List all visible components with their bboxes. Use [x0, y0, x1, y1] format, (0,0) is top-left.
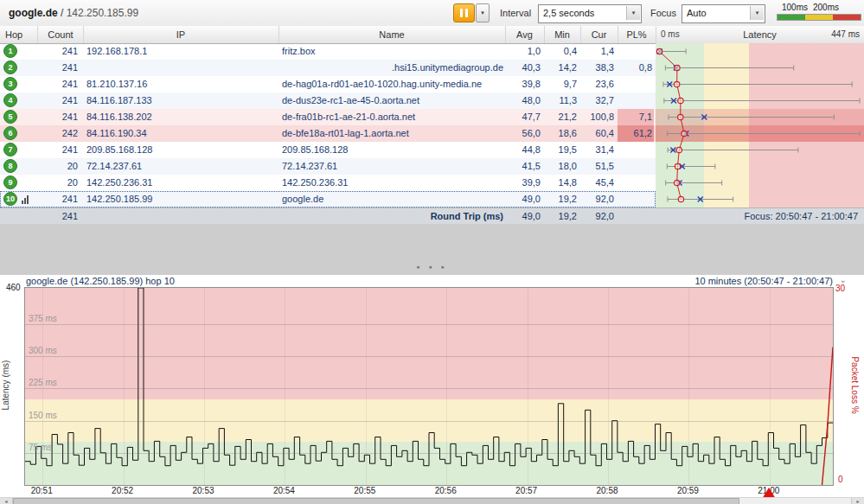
table-row[interactable]: 1241192.168.178.1fritz.box1,00,41,4	[0, 43, 656, 60]
timeline-scrollbar: ◂ ▸	[0, 497, 864, 504]
header-avg[interactable]: Avg	[505, 26, 545, 43]
minute-gridline	[42, 288, 43, 485]
x-tick-label: 20:56	[435, 486, 457, 495]
cur-cell: 1,4	[580, 43, 614, 60]
x-tick-label: 20:59	[677, 486, 699, 495]
hop-number-badge: 7	[3, 143, 17, 156]
scale-100ms-label: 100ms	[782, 3, 808, 12]
target-address: google.de / 142.250.185.99	[9, 7, 138, 19]
hop-number-badge: 2	[3, 61, 17, 74]
avg-cell: 40,3	[505, 60, 541, 76]
min-cell: 14,8	[544, 175, 577, 191]
timeline-plot[interactable]: 375 ms300 ms225 ms150 ms75 ms	[24, 287, 834, 486]
table-row[interactable]: 10241142.250.185.99google.de49,019,292,0	[0, 191, 656, 207]
interval-label: Interval	[500, 8, 531, 18]
avg-cell: 41,5	[505, 158, 541, 175]
focus-label: Focus	[650, 8, 676, 18]
table-row[interactable]: 2241.hsi15.unitymediagroup.de40,314,238,…	[0, 60, 656, 76]
table-row[interactable]: 524184.116.138.202de-fra01b-rc1-ae-21-0.…	[0, 109, 656, 125]
summary-cur: 92,0	[580, 208, 614, 225]
min-cell: 9,7	[544, 76, 577, 93]
header-ip[interactable]: IP	[83, 26, 279, 43]
pl-cell: 0,8	[618, 60, 654, 76]
gridline-label: 75 ms	[29, 443, 52, 452]
min-cell: 18,6	[544, 125, 577, 142]
focus-select[interactable]: Auto ▾	[682, 4, 765, 23]
hop-number-badge: 3	[3, 77, 17, 91]
cur-cell: 51,5	[580, 158, 614, 175]
splitter-handle-icon[interactable]: ● ● ●	[0, 262, 864, 272]
cur-cell: 92,0	[580, 191, 614, 207]
pause-dropdown-button[interactable]: ▾	[476, 3, 490, 22]
minute-gridline	[204, 288, 205, 485]
loss-axis-title: Packet Loss %	[850, 342, 860, 429]
interval-select[interactable]: 2,5 seconds ▾	[538, 4, 642, 23]
hop-number-badge: 5	[3, 110, 17, 124]
summary-avg: 49,0	[505, 208, 541, 225]
table-row[interactable]: 624284.116.190.34de-bfe18a-rt01-lag-1.ao…	[0, 125, 656, 142]
scroll-right-button[interactable]: ▸	[851, 498, 864, 504]
header-hop[interactable]: Hop	[0, 26, 38, 43]
ip-cell: 142.250.185.99	[86, 191, 275, 207]
minute-gridline	[366, 288, 367, 485]
latency-axis-max: 460	[6, 283, 21, 292]
pl-cell	[618, 76, 654, 93]
min-cell: 14,2	[544, 60, 577, 76]
header-min[interactable]: Min	[544, 26, 581, 43]
cur-cell: 23,6	[580, 76, 614, 93]
x-axis: 20:5120:5220:5320:5420:5520:5620:5720:58…	[0, 486, 864, 497]
minute-gridline	[124, 288, 125, 485]
hop-cell: 8	[0, 158, 38, 175]
x-tick-label: 20:51	[31, 486, 53, 495]
latency-axis-title: Latency	[743, 29, 777, 40]
table-row[interactable]: 424184.116.187.133de-dus23e-rc1-ae-45-0.…	[0, 93, 656, 109]
chevron-down-icon: ▾	[626, 6, 640, 20]
timeline-panel: google.de (142.250.185.99) hop 10 10 min…	[0, 275, 864, 504]
toolbar: google.de / 142.250.185.99 ▾ Interval 2,…	[0, 0, 864, 27]
mini-graph-icon	[22, 194, 29, 204]
header-pl[interactable]: PL%	[618, 26, 656, 43]
count-cell: 20	[38, 175, 78, 191]
hop-cell: 3	[0, 76, 38, 93]
table-row[interactable]: 7241209.85.168.128209.85.168.12844,819,5…	[0, 142, 656, 158]
header-cur[interactable]: Cur	[580, 26, 618, 43]
avg-cell: 47,7	[505, 109, 541, 125]
avg-cell: 56,0	[505, 125, 541, 142]
avg-cell: 48,0	[505, 93, 541, 109]
hop-number-badge: 10	[3, 192, 17, 206]
pl-cell	[618, 158, 654, 175]
table-row[interactable]: 920142.250.236.31142.250.236.3139,914,84…	[0, 175, 656, 191]
scrollbar-thumb[interactable]	[13, 498, 739, 504]
pl-cell	[618, 175, 654, 191]
ip-cell: 81.210.137.16	[86, 76, 275, 93]
table-row[interactable]: 82072.14.237.6172.14.237.6141,518,051,5	[0, 158, 656, 175]
hop-number-badge: 8	[3, 159, 17, 173]
summary-min: 19,2	[544, 208, 577, 225]
hop-cell: 5	[0, 109, 38, 125]
pause-button[interactable]	[453, 3, 475, 22]
avg-cell: 49,0	[505, 191, 541, 207]
pingplotter-window: google.de / 142.250.185.99 ▾ Interval 2,…	[0, 0, 864, 504]
ip-cell: 192.168.178.1	[86, 43, 275, 60]
scroll-left-button[interactable]: ◂	[0, 498, 13, 504]
min-cell: 19,2	[544, 191, 577, 207]
scale-yellow-segment	[805, 15, 833, 20]
hop-number-badge: 6	[3, 126, 17, 140]
count-cell: 241	[38, 43, 78, 60]
name-cell: 142.250.236.31	[282, 175, 503, 191]
x-tick-label: 20:53	[192, 486, 214, 495]
gridline	[25, 356, 833, 357]
scale-gradient-bar	[777, 14, 861, 21]
pl-cell	[618, 43, 654, 60]
chevron-down-icon: ▾	[481, 10, 484, 16]
table-row[interactable]: 324181.210.137.16de-hag01a-rd01-ae10-102…	[0, 76, 656, 93]
min-cell: 18,0	[544, 158, 577, 175]
header-count[interactable]: Count	[38, 26, 84, 43]
scale-green-segment	[778, 15, 805, 20]
x-tick-label: 20:52	[112, 486, 133, 495]
header-name[interactable]: Name	[278, 26, 506, 43]
name-cell: de-dus23e-rc1-ae-45-0.aorta.net	[282, 93, 503, 109]
hop-number-badge: 9	[3, 175, 17, 189]
timeline-range-selector[interactable]: 10 minutes (20:50:47 - 21:00:47)	[694, 276, 833, 286]
cur-cell: 32,7	[580, 93, 614, 109]
